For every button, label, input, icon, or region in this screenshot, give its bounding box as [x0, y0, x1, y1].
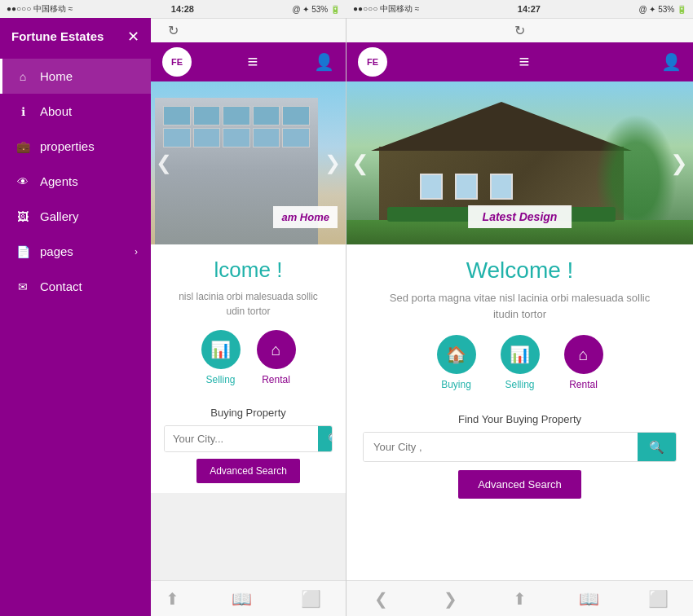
- left-carrier: ●●○○○ 中国移动 ≈: [7, 3, 73, 15]
- left-hero: am Home ❮ ❯: [151, 81, 346, 244]
- right-search-title: Find Your Buying Property: [363, 413, 677, 425]
- sidebar-item-label: Agents: [40, 174, 78, 188]
- right-app-header: FE ≡ 👤: [346, 42, 693, 81]
- sidebar-item-label: Home: [40, 69, 73, 83]
- right-hero-next-button[interactable]: ❯: [670, 151, 688, 176]
- left-phone: ↻ Fortune Estates ✕ ⌂ Home ℹ About 💼 pro…: [0, 18, 346, 616]
- right-share-button[interactable]: ⬆: [485, 581, 554, 617]
- left-user-icon[interactable]: 👤: [314, 52, 334, 72]
- right-time: 14:27: [518, 4, 541, 14]
- buying-icon: 🏠: [437, 335, 476, 374]
- left-sidebar: Fortune Estates ✕ ⌂ Home ℹ About 💼 prope…: [0, 18, 151, 616]
- left-battery: @ ✦ 53% 🔋: [292, 5, 340, 14]
- briefcase-icon: 💼: [15, 140, 30, 153]
- right-user-icon[interactable]: 👤: [661, 52, 682, 72]
- right-hero-prev-button[interactable]: ❮: [351, 151, 369, 176]
- right-search-bar: 🔍: [363, 432, 677, 462]
- right-browser-bar: ↻: [346, 18, 693, 42]
- left-menu-icon[interactable]: ≡: [248, 51, 258, 73]
- left-hero-label: am Home: [273, 206, 338, 228]
- left-advanced-search-button[interactable]: Advanced Search: [196, 459, 300, 483]
- right-rental-icon: ⌂: [564, 335, 603, 374]
- left-property-type-buttons: 📊 Selling ⌂ Rental: [164, 330, 333, 385]
- left-welcome-text: nisl lacinia orbi malesuada sollicudin t…: [164, 289, 333, 319]
- sidebar-title: Fortune Estates: [11, 29, 104, 45]
- right-battery: @ ✦ 53% 🔋: [638, 5, 686, 14]
- right-logo[interactable]: FE: [358, 47, 387, 77]
- right-bookmarks-button[interactable]: 📖: [554, 581, 624, 617]
- right-property-type-buttons: 🏠 Buying 📊 Selling ⌂ Rental: [363, 335, 677, 390]
- buying-label: Buying: [441, 379, 471, 390]
- info-icon: ℹ: [15, 105, 30, 118]
- buying-button[interactable]: 🏠 Buying: [437, 335, 476, 390]
- house-windows: [420, 174, 513, 200]
- sidebar-item-label: Contact: [40, 279, 82, 293]
- bookmarks-button[interactable]: 📖: [207, 581, 276, 617]
- image-icon: 🖼: [15, 210, 30, 223]
- sidebar-item-label: About: [40, 104, 72, 118]
- left-search-title: Buying Property: [164, 407, 333, 419]
- right-welcome-section: Welcome ! Sed porta magna vitae nisl lac…: [346, 244, 693, 413]
- chevron-down-icon: ›: [135, 246, 138, 257]
- left-status-bar: ●●○○○ 中国移动 ≈ 14:28 @ ✦ 53% 🔋: [0, 0, 346, 18]
- selling-icon: 📊: [201, 330, 241, 369]
- right-selling-label: Selling: [505, 379, 534, 390]
- left-search-section: Buying Property 🔍 Advanced Search: [151, 407, 346, 493]
- home-icon: ⌂: [15, 70, 30, 83]
- right-forward-button[interactable]: ❯: [416, 581, 485, 617]
- left-time: 14:28: [171, 4, 194, 14]
- right-back-button[interactable]: ❮: [346, 581, 416, 617]
- right-bottom-nav: ❮ ❯ ⬆ 📖 ⬜: [346, 580, 693, 616]
- right-search-button[interactable]: 🔍: [638, 433, 676, 461]
- left-city-input[interactable]: [165, 426, 318, 451]
- right-selling-icon: 📊: [501, 335, 540, 374]
- right-carrier: ●●○○○ 中国移动 ≈: [353, 3, 419, 15]
- left-refresh-icon[interactable]: ↻: [168, 23, 179, 38]
- house-roof: [371, 102, 632, 151]
- right-phone: ↻ FE ≡ 👤: [346, 18, 693, 616]
- right-main-content: FE ≡ 👤: [346, 42, 693, 580]
- pages-icon: 📄: [15, 245, 30, 258]
- sidebar-navigation: ⌂ Home ℹ About 💼 properties 👁 Agents 🖼: [0, 59, 151, 304]
- right-menu-icon[interactable]: ≡: [519, 51, 530, 73]
- left-logo[interactable]: FE: [162, 47, 192, 77]
- right-tabs-button[interactable]: ⬜: [624, 581, 693, 617]
- rental-label: Rental: [262, 374, 290, 385]
- right-welcome-title: Welcome !: [363, 257, 677, 284]
- sidebar-item-agents[interactable]: 👁 Agents: [0, 164, 151, 199]
- left-welcome-section: lcome ! nisl lacinia orbi malesuada soll…: [151, 244, 346, 407]
- sidebar-item-home[interactable]: ⌂ Home: [0, 59, 151, 94]
- mail-icon: ✉: [15, 280, 30, 293]
- left-welcome-title: lcome !: [164, 257, 333, 283]
- right-search-section: Find Your Buying Property 🔍 Advanced Sea…: [346, 413, 693, 508]
- right-refresh-icon[interactable]: ↻: [514, 23, 525, 38]
- sidebar-close-button[interactable]: ✕: [127, 28, 139, 46]
- right-hero: Latest Design ❮ ❯: [346, 81, 693, 244]
- sidebar-item-properties[interactable]: 💼 properties: [0, 129, 151, 164]
- selling-button[interactable]: 📊 Selling: [201, 330, 241, 385]
- right-advanced-search-button[interactable]: Advanced Search: [458, 470, 581, 499]
- hero-next-button[interactable]: ❯: [324, 152, 341, 174]
- right-rental-label: Rental: [569, 379, 598, 390]
- sidebar-item-about[interactable]: ℹ About: [0, 94, 151, 129]
- left-main-content: FE ≡ 👤: [151, 42, 346, 580]
- sidebar-item-label: Gallery: [40, 209, 79, 223]
- right-hero-label: Latest Design: [468, 205, 572, 228]
- right-welcome-text: Sed porta magna vitae nisl lacinia orbi …: [363, 290, 677, 322]
- right-rental-button[interactable]: ⌂ Rental: [564, 335, 603, 390]
- left-search-bar: 🔍: [164, 425, 333, 452]
- hero-prev-button[interactable]: ❮: [156, 152, 172, 174]
- right-selling-button[interactable]: 📊 Selling: [501, 335, 540, 390]
- sidebar-item-gallery[interactable]: 🖼 Gallery: [0, 199, 151, 234]
- left-app-header: FE ≡ 👤: [151, 42, 346, 81]
- rental-icon: ⌂: [257, 330, 296, 369]
- left-search-button[interactable]: 🔍: [318, 426, 333, 451]
- sidebar-item-contact[interactable]: ✉ Contact: [0, 269, 151, 304]
- sidebar-item-label: properties: [40, 139, 95, 153]
- right-status-bar: ●●○○○ 中国移动 ≈ 14:27 @ ✦ 53% 🔋: [346, 0, 693, 18]
- selling-label: Selling: [205, 374, 235, 385]
- sidebar-item-pages[interactable]: 📄 pages ›: [0, 234, 151, 269]
- rental-button[interactable]: ⌂ Rental: [257, 330, 296, 385]
- tabs-button[interactable]: ⬜: [276, 581, 346, 617]
- right-city-input[interactable]: [364, 433, 638, 461]
